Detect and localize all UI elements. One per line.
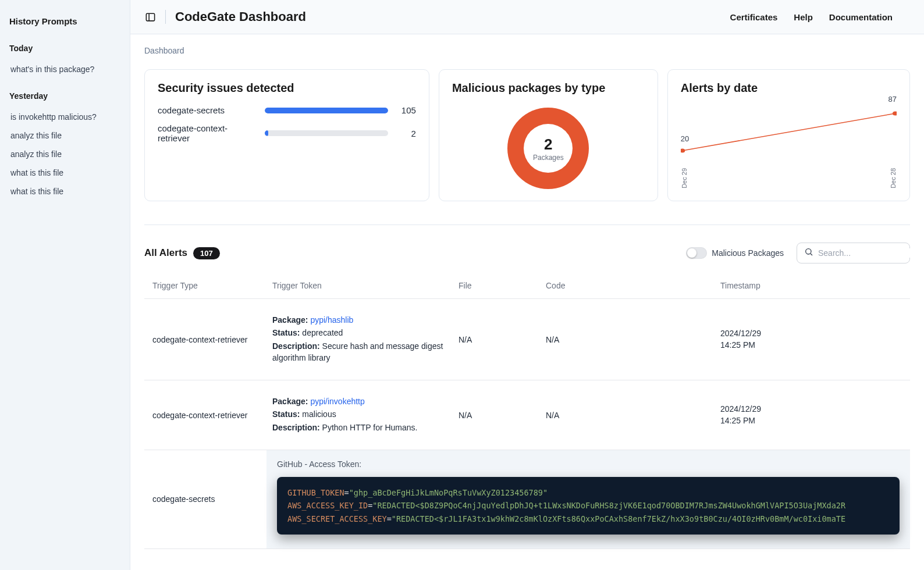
chart-point-label: 87 — [889, 95, 897, 113]
line-chart: 20 87 — [681, 105, 897, 163]
search-icon — [804, 247, 813, 259]
col-trigger-type[interactable]: Trigger Type — [144, 273, 266, 299]
sidebar-group-label: Today — [8, 44, 122, 53]
cell-token: Package: pypi/invokehttp Status: malicio… — [266, 380, 453, 450]
donut-value: 2 — [544, 136, 552, 154]
nav-certificates[interactable]: Certificates — [730, 12, 778, 22]
table-row[interactable]: codegate-context-retriever Package: pypi… — [144, 299, 910, 380]
card-title: Security issues detected — [158, 81, 416, 95]
issue-label: codegate-context-retriever — [158, 123, 257, 143]
issue-bar — [265, 130, 388, 136]
svg-line-2 — [682, 113, 895, 151]
card-title: Malicious packages by type — [452, 81, 605, 95]
sidebar: History Prompts Todaywhat's in this pack… — [0, 0, 130, 570]
panel-toggle-icon[interactable] — [144, 11, 156, 23]
cell-timestamp: 2024/12/2914:25 PM — [715, 380, 910, 450]
code-title: GitHub - Access Token: — [277, 459, 900, 469]
col-trigger-token[interactable]: Trigger Token — [266, 273, 453, 299]
nav-help[interactable]: Help — [794, 12, 813, 22]
card-security-issues: Security issues detected codegate-secret… — [144, 69, 429, 201]
svg-point-5 — [806, 249, 811, 254]
nav-documentation[interactable]: Documentation — [829, 12, 893, 22]
header: CodeGate Dashboard Certificates Help Doc… — [130, 0, 924, 34]
chart-point-label: 20 — [681, 134, 689, 143]
table-row[interactable]: codegate-secrets GitHub - Access Token: … — [144, 450, 910, 549]
cell-code: N/A — [540, 380, 715, 450]
issue-row: codegate-secrets105 — [158, 105, 416, 115]
cell-token: GitHub - Access Token: GITHUB_TOKEN="ghp… — [266, 450, 910, 549]
cell-trigger: codegate-context-retriever — [144, 380, 266, 450]
cell-file: N/A — [453, 380, 540, 450]
alerts-table: Trigger Type Trigger Token File Code Tim… — [144, 273, 910, 549]
breadcrumb[interactable]: Dashboard — [144, 46, 910, 55]
donut-chart: 2 Packages — [507, 108, 589, 189]
header-nav: Certificates Help Documentation — [730, 12, 910, 22]
sidebar-item[interactable]: what's in this package? — [8, 60, 122, 79]
cell-trigger: codegate-secrets — [144, 450, 266, 549]
sidebar-group-label: Yesterday — [8, 91, 122, 101]
malicious-toggle[interactable] — [686, 247, 707, 259]
card-alerts-by-date: Alerts by date 20 87 — [667, 69, 910, 201]
search-input[interactable] — [818, 248, 920, 258]
col-file[interactable]: File — [453, 273, 540, 299]
cell-code: N/A — [540, 299, 715, 380]
col-timestamp[interactable]: Timestamp — [715, 273, 910, 299]
card-malicious-packages: Malicious packages by type 2 Packages — [439, 69, 658, 201]
issue-label: codegate-secrets — [158, 105, 257, 115]
sidebar-item[interactable]: what is this file — [8, 182, 122, 201]
package-link[interactable]: pypi/invokehttp — [310, 397, 364, 406]
sidebar-item[interactable]: is invokehttp malicious? — [8, 108, 122, 126]
alerts-title: All Alerts — [144, 247, 187, 259]
cell-file: N/A — [453, 299, 540, 380]
package-link[interactable]: pypi/hashlib — [310, 315, 353, 325]
svg-point-3 — [681, 149, 685, 153]
cell-token: Package: pypi/hashlib Status: deprecated… — [266, 299, 453, 380]
app-title: CodeGate Dashboard — [175, 9, 306, 24]
cell-timestamp: 2024/12/2914:25 PM — [715, 299, 910, 380]
issue-value: 105 — [396, 105, 416, 115]
chart-tick: Dec 29 — [681, 168, 688, 188]
issue-bar — [265, 108, 388, 113]
cell-trigger: codegate-context-retriever — [144, 299, 266, 380]
issue-row: codegate-context-retriever2 — [158, 123, 416, 143]
alerts-count-badge: 107 — [193, 247, 220, 259]
issue-value: 2 — [396, 129, 416, 138]
card-title: Alerts by date — [681, 81, 897, 95]
sidebar-title: History Prompts — [8, 16, 122, 26]
section-divider — [144, 225, 910, 225]
sidebar-item[interactable]: analyz this file — [8, 126, 122, 145]
header-divider — [165, 10, 166, 24]
code-block: GITHUB_TOKEN="ghp_aBcDeFgHiJkLmNoPqRsTuV… — [277, 477, 900, 535]
toggle-label: Malicious Packages — [712, 248, 784, 258]
col-code[interactable]: Code — [540, 273, 715, 299]
table-row[interactable]: codegate-context-retriever Package: pypi… — [144, 380, 910, 450]
svg-rect-0 — [146, 13, 154, 21]
svg-line-6 — [811, 254, 812, 255]
sidebar-item[interactable]: what is this file — [8, 163, 122, 182]
donut-label: Packages — [533, 154, 564, 162]
chart-tick: Dec 28 — [890, 168, 897, 188]
search-box[interactable] — [797, 243, 910, 263]
sidebar-item[interactable]: analyz this file — [8, 145, 122, 163]
